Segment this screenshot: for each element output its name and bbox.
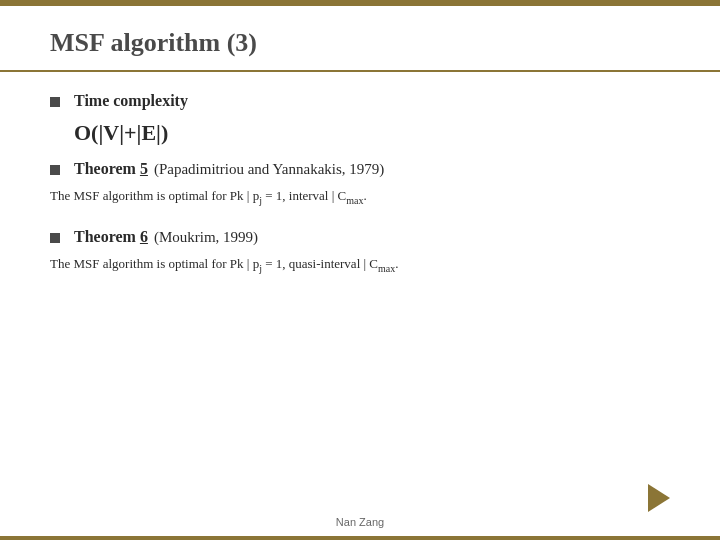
bullet-icon — [50, 233, 60, 243]
theorem6-content: Theorem 6 (Moukrim, 1999) — [74, 228, 670, 246]
theorem5-item: Theorem 5 (Papadimitriou and Yannakakis,… — [50, 160, 670, 178]
time-complexity-content: Time complexity — [74, 92, 670, 110]
footer-text: Nan Zang — [336, 516, 384, 528]
complexity-formula: O(|V|+|E|) — [74, 120, 670, 146]
slide-title: MSF algorithm (3) — [50, 28, 670, 58]
theorem6-citation: (Moukrim, 1999) — [154, 229, 258, 246]
theorem6-item: Theorem 6 (Moukrim, 1999) — [50, 228, 670, 246]
theorem5-row: Theorem 5 (Papadimitriou and Yannakakis,… — [74, 160, 670, 178]
theorem5-label: Theorem 5 — [74, 160, 148, 178]
theorem5-citation: (Papadimitriou and Yannakakis, 1979) — [154, 161, 384, 178]
header: MSF algorithm (3) — [0, 0, 720, 70]
theorem5-number: 5 — [140, 160, 148, 177]
main-content: Time complexity O(|V|+|E|) Theorem 5 (Pa… — [0, 72, 720, 315]
theorem6-row: Theorem 6 (Moukrim, 1999) — [74, 228, 670, 246]
time-complexity-item: Time complexity — [50, 92, 670, 110]
theorem5-description: The MSF algorithm is optimal for Pk | pj… — [50, 186, 670, 208]
theorem6-label: Theorem 6 — [74, 228, 148, 246]
bottom-border — [0, 536, 720, 540]
slide: MSF algorithm (3) Time complexity O(|V|+… — [0, 0, 720, 540]
theorem6-description: The MSF algorithm is optimal for Pk | pj… — [50, 254, 670, 276]
bullet-icon — [50, 165, 60, 175]
bullet-icon — [50, 97, 60, 107]
top-border — [0, 0, 720, 6]
next-arrow-icon[interactable] — [648, 484, 670, 512]
time-complexity-label: Time complexity — [74, 92, 188, 109]
theorem6-number: 6 — [140, 228, 148, 245]
theorem5-content: Theorem 5 (Papadimitriou and Yannakakis,… — [74, 160, 670, 178]
